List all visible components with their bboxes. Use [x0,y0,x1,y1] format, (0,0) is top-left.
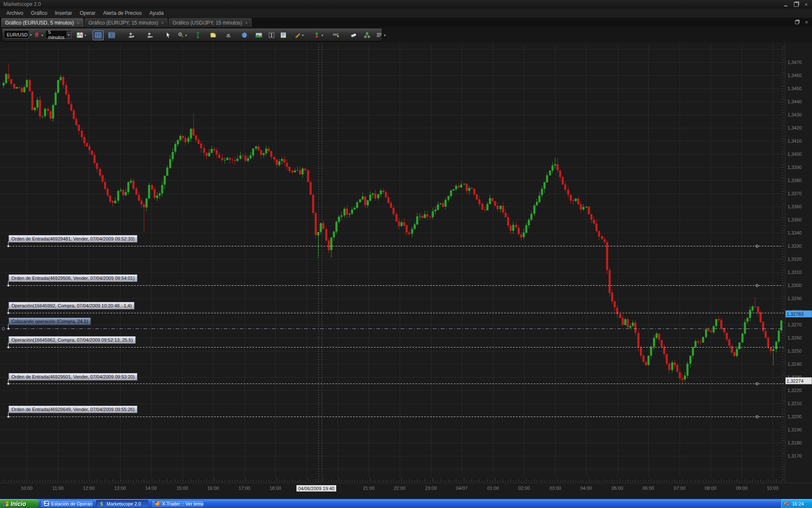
toolbar: EUR/USD ▼ 5 minutos ▼ ▼▼▼▼▼ABC▼ [0,27,812,42]
stamp-button[interactable] [223,30,234,40]
pencil-icon [294,32,301,39]
price-tick-label: 1,3440 [787,99,802,104]
marker-icon [313,32,320,39]
price-tick-label: 1,3220 [787,388,802,393]
tray-network-icon[interactable] [784,501,790,506]
time-tick-label: 08:00 [705,486,716,491]
menu-item-alerta-de-precios[interactable]: Alerta de Precios [99,9,145,17]
quote-panel-icon [108,32,115,39]
mdi-close-button[interactable]: × [803,19,810,25]
chevron-down-icon[interactable]: ▼ [384,34,387,37]
textbox-button[interactable] [266,30,277,40]
order-line-label[interactable]: Operación(16645962, Compra, 07/04/2009 0… [8,336,136,344]
start-button[interactable]: Inicio [0,499,39,508]
price-tick-label: 1,3180 [787,440,802,445]
current-price-value: 1,32783 [787,312,804,317]
time-tick-label: 05:00 [612,486,623,491]
mdi-restore-button[interactable] [793,19,800,25]
candlestick-chart[interactable] [0,0,812,508]
menu-item-insertar[interactable]: Insertar [51,9,76,17]
chevron-down-icon[interactable]: ▼ [302,34,304,37]
price-tick-label: 1,3270 [787,322,802,327]
time-tick-label: 10:00 [21,486,33,491]
eraser-button[interactable] [348,30,359,40]
time-tick-label: 13:00 [114,486,126,491]
favorites-seal-button[interactable]: ▼ [31,30,46,40]
crosshair-icon [177,32,184,39]
period-value: 5 minutos [47,30,66,40]
price-tick-label: 1,3250 [787,348,802,353]
tab-close-icon[interactable]: × [245,20,248,25]
order-line-label[interactable]: Orden de Entrada(46929649, Vender, 07/04… [8,406,137,413]
symbol-combobox[interactable]: EUR/USD ▼ [5,31,29,39]
time-tick-label: 12:00 [83,486,95,491]
minimize-button[interactable] [782,1,789,7]
crosshair-button[interactable]: ▼ [175,30,190,40]
tab-close-icon[interactable]: × [77,20,80,25]
tab-chart-0[interactable]: Gráfico (EUR/USD, 5 minutos)× [1,18,83,27]
svg-text:$: $ [100,500,103,506]
price-tick-label: 1,3350 [787,217,802,222]
menu-bar: ArchivoGráficoInsertarOperarAlerta de Pr… [0,8,812,18]
chevron-down-icon[interactable]: ▼ [321,34,324,37]
report-button[interactable] [278,30,289,40]
time-tick-label: 04/07 [456,486,468,491]
taskbar-item-0[interactable]: Estación de Operacio... [41,500,93,508]
order-line-label[interactable]: Orden de Entrada(46929501, Vender, 07/04… [8,373,137,381]
close-button[interactable]: × [803,1,809,7]
chevron-down-icon[interactable]: ▼ [84,34,87,37]
chevron-down-icon[interactable]: ▼ [185,34,188,37]
tab-chart-2[interactable]: Gráfico (USD/JPY, 15 minutos)× [169,18,252,27]
order-line-label[interactable]: Colocando operación (Compra, 24,1) [8,318,91,325]
eraser-icon [350,32,357,39]
period-combobox[interactable]: 5 minutos ▼ [46,31,71,39]
label-icon: ABC [332,32,339,39]
globe-button[interactable] [239,30,250,40]
menu-item-archivo[interactable]: Archivo [3,9,27,17]
order-line-label[interactable]: Orden de Entrada(46929506, Vender, 07/04… [8,274,137,282]
selected-time-value: 04/06/2009 19:40 [298,486,335,491]
marker-button[interactable]: ▼ [311,30,326,40]
menu-item-ayuda[interactable]: Ayuda [145,9,167,17]
line-style-button[interactable]: ▼ [373,30,389,40]
note-button[interactable] [208,30,219,40]
taskbar-item-1[interactable]: $Marketscope 2.0 [96,500,148,508]
menu-item-gr-fico[interactable]: Gráfico [27,9,51,17]
maximize-button[interactable] [793,1,799,7]
price-tick-label: 1,3200 [787,414,802,419]
tab-chart-1[interactable]: Gráfico (EUR/JPY, 15 minutos)× [85,18,167,27]
time-tick-label: 03:00 [549,486,561,491]
image-button[interactable] [253,30,264,40]
label-button[interactable]: ABC [330,30,341,40]
windows-flag-icon [3,501,8,507]
chart-type-button[interactable]: ▼ [74,30,89,40]
zoom-out-button[interactable] [144,30,155,40]
time-tick-label: 07:00 [674,486,686,491]
chevron-down-icon[interactable]: ▼ [66,31,71,38]
firefox-icon [154,500,160,507]
line-style-icon [376,32,383,39]
pencil-button[interactable]: ▼ [291,30,307,40]
order-line-label[interactable]: Operación(16645992, Compra, 07/04/2009 1… [8,302,134,309]
marked-price-badge: 1,32274 [785,377,812,384]
zoom-in-button[interactable] [126,30,137,40]
vertical-line-icon [195,32,201,39]
vertical-line-button[interactable] [192,30,203,40]
grid-view-button[interactable] [93,30,104,40]
orgchart-button[interactable] [362,30,373,40]
price-tick-label: 1,3330 [787,243,802,248]
price-tick-label: 1,3310 [787,270,802,275]
time-tick-label: 06:00 [642,486,654,491]
taskbar-item-label: Estación de Operacio... [51,501,93,506]
quote-panel-button[interactable] [106,30,117,40]
tab-close-icon[interactable]: × [161,20,164,25]
note-icon [210,32,217,39]
price-tick-label: 1,3390 [787,165,802,170]
selected-time-badge: 04/06/2009 19:40 [296,485,336,491]
taskbar-item-2[interactable]: X-Trader :: Ver tema ... [151,500,204,508]
chevron-down-icon[interactable]: ▼ [41,34,44,37]
price-tick-label: 1,3380 [787,178,802,183]
cursor-button[interactable] [163,30,174,40]
menu-item-operar[interactable]: Operar [76,9,99,17]
order-line-label[interactable]: Orden de Entrada(46929481, Vender, 07/04… [8,235,137,243]
